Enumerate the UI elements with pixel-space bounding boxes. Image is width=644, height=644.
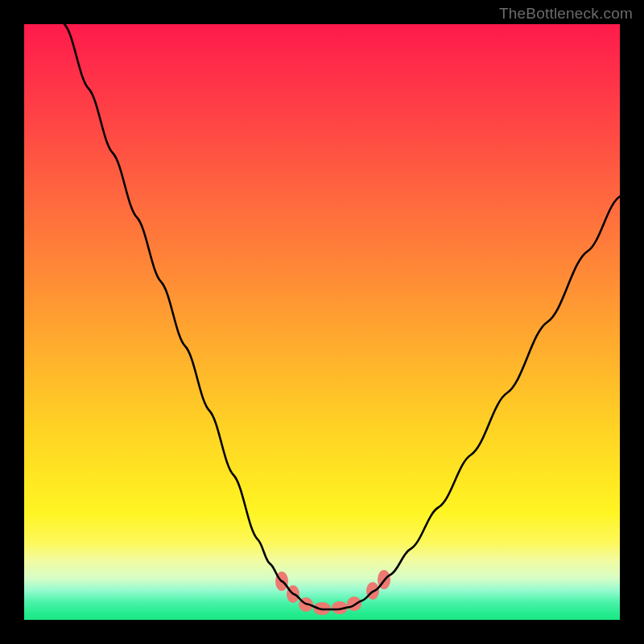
highlight-dot [347, 597, 361, 611]
bottleneck-curve [64, 24, 620, 609]
plot-area [24, 24, 620, 620]
watermark-text: TheBottleneck.com [499, 5, 633, 23]
chart-frame: TheBottleneck.com [0, 0, 644, 644]
curve-layer [24, 24, 620, 620]
